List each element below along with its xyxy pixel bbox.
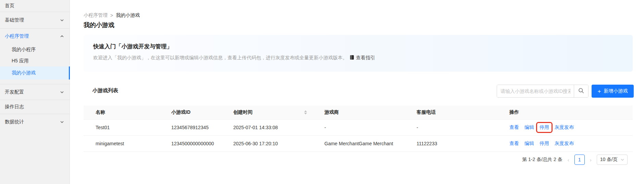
cell-id: 12345678912345 xyxy=(159,119,221,135)
search-input[interactable] xyxy=(497,85,574,97)
sidebar-item-label: 操作日志 xyxy=(5,104,24,110)
cell-merchant: Game MerchantGame Merchant xyxy=(312,135,405,151)
sidebar-item-label: 首页 xyxy=(5,3,14,9)
cell-id: 1234500000000000 xyxy=(159,135,221,151)
page-size-select[interactable]: 10 条/页 xyxy=(597,155,628,165)
column-header-operation: 操作 xyxy=(497,106,633,119)
banner-description: 欢迎进入「我的小游戏」，在这里可以新增或编辑小游戏信息，查看上传代码包，进行灰度… xyxy=(93,55,347,61)
minigame-table: 名称 小游戏ID 创建时间 游戏商 客服电话 操作 Te xyxy=(84,106,633,152)
click-target-annotation: 停用 xyxy=(536,122,553,133)
spacer xyxy=(0,79,70,84)
column-header-created-label: 创建时间 xyxy=(233,109,252,115)
column-header-created: 创建时间 xyxy=(221,106,312,119)
plus-icon: + xyxy=(598,88,601,94)
column-header-phone: 客服电话 xyxy=(405,106,497,119)
sidebar-item-basic-mgmt[interactable]: 基础管理 xyxy=(0,12,70,28)
sidebar-item-home[interactable]: 首页 xyxy=(0,0,70,12)
list-section-title: 小游戏列表 xyxy=(92,87,118,94)
caret-down-icon xyxy=(304,113,307,114)
sidebar-item-operation-log[interactable]: 操作日志 xyxy=(0,100,70,114)
chevron-down-icon xyxy=(60,90,64,94)
breadcrumb-current: 我的小游戏 xyxy=(116,12,140,19)
banner-title: 快速入门「小游戏开发与管理」 xyxy=(84,35,633,50)
column-header-merchant: 游戏商 xyxy=(312,106,405,119)
quickstart-banner: 快速入门「小游戏开发与管理」 欢迎进入「我的小游戏」，在这里可以新增或编辑小游戏… xyxy=(84,35,633,72)
add-minigame-label: 新增小游戏 xyxy=(604,88,628,94)
select-chevron-down-icon xyxy=(621,157,624,162)
cell-actions: 查看 编辑 停用 灰度发布 xyxy=(497,119,633,135)
current-page-button[interactable]: 1 xyxy=(574,155,585,165)
search-box xyxy=(497,85,589,98)
cell-name: minigametest xyxy=(84,135,159,151)
table-row: Test01 12345678912345 2025-07-01 14:33:0… xyxy=(84,119,633,135)
cell-name: Test01 xyxy=(84,119,159,135)
breadcrumb: 小程序管理 > 我的小游戏 xyxy=(84,12,140,19)
edit-link[interactable]: 编辑 xyxy=(524,124,534,131)
page-size-value: 10 条/页 xyxy=(600,157,618,163)
sidebar-item-label: 小程序管理 xyxy=(5,33,29,39)
sidebar-item-label: 基础管理 xyxy=(5,17,24,23)
search-icon xyxy=(578,88,584,95)
view-guide-link[interactable]: 查看指引 xyxy=(350,55,375,61)
chevron-down-icon xyxy=(60,18,64,22)
search-button[interactable] xyxy=(574,85,588,97)
sidebar-item-dev-config[interactable]: 开发配置 xyxy=(0,84,70,100)
chevron-down-icon xyxy=(60,120,64,124)
sidebar-item-label: 我的小程序 xyxy=(12,47,36,53)
cell-phone: - xyxy=(405,119,497,135)
view-guide-label: 查看指引 xyxy=(356,55,375,61)
breadcrumb-separator: > xyxy=(110,13,113,18)
gray-release-link[interactable]: 灰度发布 xyxy=(555,124,574,131)
view-link[interactable]: 查看 xyxy=(509,124,519,131)
sidebar-item-label: 我的小游戏 xyxy=(12,70,36,76)
caret-up-icon xyxy=(304,110,307,112)
sort-icon[interactable] xyxy=(304,110,307,114)
sidebar: 首页 基础管理 小程序管理 我的小程序 H5 应用 我的小游戏 开发配置 xyxy=(0,0,70,184)
app-window: 首页 基础管理 小程序管理 我的小程序 H5 应用 我的小游戏 开发配置 xyxy=(0,0,644,184)
sidebar-item-my-miniprograms[interactable]: 我的小程序 xyxy=(0,44,70,55)
sidebar-item-label: 开发配置 xyxy=(5,89,24,95)
table-row: minigametest 1234500000000000 2025-06-30… xyxy=(84,135,633,151)
next-page-button[interactable]: › xyxy=(589,157,592,163)
sidebar-item-miniprogram-mgmt[interactable]: 小程序管理 xyxy=(0,29,70,44)
gray-release-link[interactable]: 灰度发布 xyxy=(555,140,574,147)
sidebar-item-label: H5 应用 xyxy=(12,58,29,64)
sidebar-item-data-statistics[interactable]: 数据统计 xyxy=(0,114,70,130)
pagination: 第 1-2 条/总共 2 条 ‹ 1 › 10 条/页 xyxy=(522,155,628,165)
sidebar-item-my-minigames[interactable]: 我的小游戏 xyxy=(0,66,70,79)
edit-link[interactable]: 编辑 xyxy=(524,140,534,147)
cell-created: 2025-07-01 14:33:08 xyxy=(221,119,312,135)
guide-book-icon xyxy=(350,55,354,61)
sidebar-item-h5-apps[interactable]: H5 应用 xyxy=(0,55,70,66)
page-title: 我的小游戏 xyxy=(84,21,114,29)
sidebar-item-label: 数据统计 xyxy=(5,119,24,125)
cell-merchant: - xyxy=(312,119,405,135)
table-header-row: 名称 小游戏ID 创建时间 游戏商 客服电话 操作 xyxy=(84,106,633,119)
breadcrumb-parent[interactable]: 小程序管理 xyxy=(84,12,108,19)
pagination-summary: 第 1-2 条/总共 2 条 xyxy=(522,157,562,163)
cell-phone: 11122233 xyxy=(405,135,497,151)
cell-created: 2025-06-30 17:20:10 xyxy=(221,135,312,151)
chevron-up-icon xyxy=(60,34,64,38)
disable-link[interactable]: 停用 xyxy=(540,124,549,130)
add-minigame-button[interactable]: + 新增小游戏 xyxy=(592,85,634,98)
view-link[interactable]: 查看 xyxy=(509,140,519,147)
column-header-name: 名称 xyxy=(84,106,159,119)
column-header-id: 小游戏ID xyxy=(159,106,221,119)
prev-page-button[interactable]: ‹ xyxy=(567,157,570,163)
cell-actions: 查看 编辑 停用 灰度发布 xyxy=(497,135,633,151)
disable-link[interactable]: 停用 xyxy=(540,140,549,147)
